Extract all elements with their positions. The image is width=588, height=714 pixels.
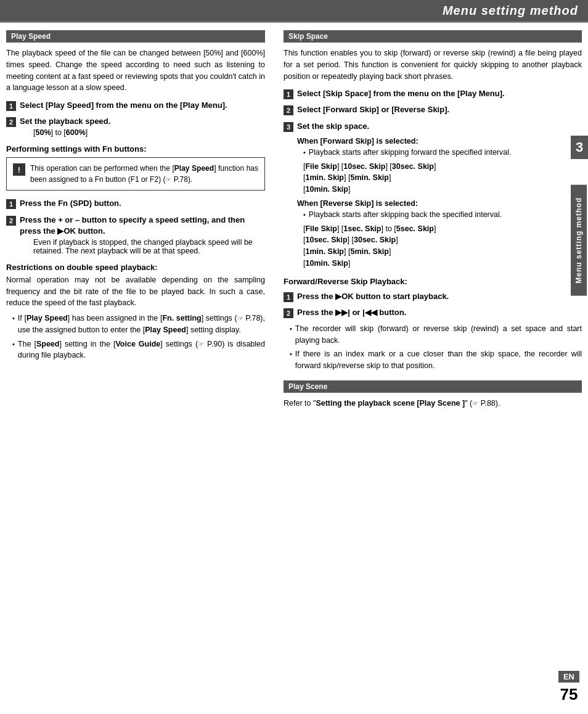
step-1-text: Select [Play Speed] from the menu on the… <box>20 100 227 111</box>
play-speed-intro: The playback speed of the file can be ch… <box>6 47 265 94</box>
skip-step-num-3: 3 <box>284 122 293 132</box>
warning-text: This operation can be performed when the… <box>30 163 258 185</box>
forward-bullet-text: Playback starts after skipping forward t… <box>309 147 512 158</box>
fr-step-1: 1 Press the ▶OK button to start playback… <box>284 291 582 302</box>
skip-step-3: 3 Set the skip space. <box>284 121 582 132</box>
step-num-2: 2 <box>6 117 16 127</box>
skip-step-3-text: Set the skip space. <box>297 121 369 132</box>
step-fn1-text: Press the Fn (SPD) button. <box>20 198 121 209</box>
fr-step-num-1: 1 <box>284 292 293 302</box>
performing-title: Performing settings with Fn buttons: <box>6 144 265 154</box>
step-num-fn2: 2 <box>6 216 16 226</box>
side-tab-container: Menu setting method <box>571 185 588 296</box>
step-fn2-text: Press the + or – button to specify a spe… <box>20 215 265 237</box>
chapter-number: 3 <box>571 136 588 159</box>
fr-bullet-dot-2: • <box>290 349 292 359</box>
step-2-sub: [50%] to [600%] <box>33 128 110 137</box>
forward-options: [File Skip] [10sec. Skip] [30sec. Skip][… <box>303 161 582 195</box>
fr-bullet-dot-1: • <box>290 324 292 334</box>
fr-step-1-text: Press the ▶OK button to start playback. <box>297 291 449 302</box>
step-fn1: 1 Press the Fn (SPD) button. <box>6 198 265 209</box>
bullet-item-1: • If [Play Speed] has been assigned in t… <box>12 313 265 336</box>
play-scene-header: Play Scene <box>284 380 582 393</box>
en-badge: EN <box>558 671 579 683</box>
step-num-1: 1 <box>6 101 16 111</box>
bullet-1-text: If [Play Speed] has been assigned in the… <box>18 313 265 336</box>
main-content: Play Speed The playback speed of the fil… <box>0 30 588 416</box>
skip-step-2-text: Select [Forward Skip] or [Reverse Skip]. <box>297 104 449 115</box>
play-scene-text: Refer to "Setting the playback scene [Pl… <box>284 398 582 409</box>
forward-skip-section: When [Forward Skip] is selected: • Playb… <box>297 137 582 269</box>
page-title: Menu setting method <box>0 0 588 22</box>
right-column: Skip Space This function enables you to … <box>277 30 582 416</box>
bullet-2-text: The [Speed] setting in the [Voice Guide]… <box>18 339 265 362</box>
fr-bullets: • The recorder will skip (forward) or re… <box>290 323 582 372</box>
fr-step-2-text: Press the ▶▶| or |◀◀ button. <box>297 307 406 318</box>
fr-step-num-2: 2 <box>284 308 293 318</box>
fr-bullet-2-text: If there is an index mark or a cue close… <box>295 348 582 372</box>
warning-icon: ! <box>13 163 25 176</box>
reverse-bullet-dot: • <box>303 210 306 220</box>
play-scene-section: Play Scene Refer to "Setting the playbac… <box>284 380 582 409</box>
bullet-list: • If [Play Speed] has been assigned in t… <box>12 313 265 361</box>
skip-step-num-2: 2 <box>284 105 293 115</box>
step-num-fn1: 1 <box>6 199 16 209</box>
forward-reverse-title: Forward/Reverse Skip Playback: <box>284 277 582 286</box>
title-underline <box>0 22 588 23</box>
bullet-item-2: • The [Speed] setting in the [Voice Guid… <box>12 339 265 362</box>
bottom-right: EN 75 <box>558 671 579 704</box>
restrictions-text: Normal operation may not be available de… <box>6 274 265 309</box>
step-2-text: Set the playback speed. <box>20 116 110 127</box>
play-speed-header: Play Speed <box>6 30 265 43</box>
skip-step-2: 2 Select [Forward Skip] or [Reverse Skip… <box>284 104 582 115</box>
fr-step-2: 2 Press the ▶▶| or |◀◀ button. <box>284 307 582 318</box>
bullet-dot-1: • <box>12 313 15 324</box>
fr-bullet-1: • The recorder will skip (forward) or re… <box>290 323 582 347</box>
skip-space-header: Skip Space <box>284 30 582 43</box>
when-forward-title: When [Forward Skip] is selected: <box>297 137 582 146</box>
skip-step-num-1: 1 <box>284 89 293 99</box>
reverse-bullet: • Playback starts after skipping back th… <box>303 209 582 221</box>
warning-box: ! This operation can be performed when t… <box>6 157 265 191</box>
step-1: 1 Select [Play Speed] from the menu on t… <box>6 100 265 111</box>
reverse-bullet-text: Playback starts after skipping back the … <box>309 209 502 221</box>
step-fn2: 2 Press the + or – button to specify a s… <box>6 215 265 255</box>
page-number: 75 <box>558 685 579 704</box>
bullet-dot-2: • <box>12 339 15 350</box>
step-2: 2 Set the playback speed. [50%] to [600%… <box>6 116 265 137</box>
fr-bullet-1-text: The recorder will skip (forward) or reve… <box>295 323 582 347</box>
skip-step-1: 1 Select [Skip Space] from the menu on t… <box>284 88 582 99</box>
reverse-options: [File Skip] [1sec. Skip] to [5sec. Skip]… <box>303 223 582 269</box>
when-reverse-title: When [Reverse Skip] is selected: <box>297 199 582 208</box>
forward-bullet: • Playback starts after skipping forward… <box>303 147 582 158</box>
fr-bullet-2: • If there is an index mark or a cue clo… <box>290 348 582 372</box>
step-fn2-sub: Even if playback is stopped, the changed… <box>33 238 265 255</box>
skip-step-1-text: Select [Skip Space] from the menu on the… <box>297 88 505 99</box>
forward-bullet-dot: • <box>303 147 306 158</box>
side-tab-label: Menu setting method <box>571 185 587 296</box>
restrictions-title: Restrictions on double speed playback: <box>6 263 265 272</box>
skip-space-intro: This function enables you to skip (forwa… <box>284 47 582 82</box>
left-column: Play Speed The playback speed of the fil… <box>6 30 277 416</box>
